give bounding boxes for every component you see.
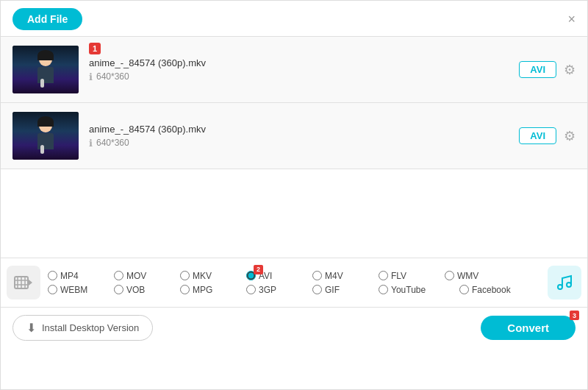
file-actions: AVI ⚙ [519,61,576,78]
svg-marker-1 [29,280,32,286]
file-thumbnail [12,46,79,93]
file-resolution: 640*360 [96,138,129,148]
file-info: anime_-_84574 (360p).mkv ℹ 640*360 [89,124,519,149]
format-option-3gp[interactable]: 3GP [246,285,312,295]
format-option-mpg[interactable]: MPG [180,285,246,295]
video-format-icon-button[interactable] [7,266,40,299]
format-selector: MP4 MOV MKV 2 AVI M4V [1,258,587,308]
file-resolution: 640*360 [96,71,129,82]
info-icon: ℹ [89,71,93,82]
format-label-gif: GIF [325,285,340,295]
audio-format-icon-button[interactable] [548,266,581,299]
add-file-button[interactable]: Add File [12,8,82,30]
footer: ⬇ Install Desktop Version 3 Convert [1,308,587,348]
file-thumbnail [12,112,79,160]
format-label-webm: WEBM [60,285,87,295]
format-label-3gp: 3GP [259,285,276,295]
settings-button[interactable]: ⚙ [564,128,576,144]
format-option-flv[interactable]: FLV [379,271,445,281]
file-name: anime_-_84574 (360p).mkv [89,124,519,135]
format-option-m4v[interactable]: M4V [312,271,379,281]
install-desktop-button[interactable]: ⬇ Install Desktop Version [12,315,153,341]
format-option-gif[interactable]: GIF [312,285,379,295]
music-icon [556,274,573,291]
format-badge-button[interactable]: AVI [519,61,556,78]
format-label-wmv: WMV [457,271,478,281]
format-option-avi[interactable]: 2 AVI [246,271,312,281]
format-option-youtube[interactable]: YouTube [379,285,459,295]
video-icon [14,274,33,291]
format-option-mkv[interactable]: MKV [180,271,246,281]
header: Add File × [1,1,587,36]
file-name: anime_-_84574 (360p).mkv [89,57,519,68]
file-item: anime_-_84574 (360p).mkv ℹ 640*360 AVI ⚙ [1,103,587,169]
install-label: Install Desktop Version [42,322,139,333]
format-label-mov: MOV [126,271,146,281]
format-row-2: WEBM VOB MPG 3GP GIF [48,285,540,295]
file-item: 1 anime_-_84574 (360p).mkv ℹ 640*360 AVI [1,37,587,103]
empty-area [1,169,587,258]
format-option-mp4[interactable]: MP4 [48,271,114,281]
bottom-bar: MP4 MOV MKV 2 AVI M4V [1,258,587,348]
format-label-mp4: MP4 [60,271,79,281]
convert-label: Convert [507,322,549,334]
file-actions: AVI ⚙ [519,127,576,144]
format-option-webm[interactable]: WEBM [48,285,114,295]
file-list: 1 anime_-_84574 (360p).mkv ℹ 640*360 AVI [1,36,587,169]
format-grid: MP4 MOV MKV 2 AVI M4V [48,271,540,295]
settings-button[interactable]: ⚙ [564,62,576,78]
download-icon: ⬇ [26,321,36,335]
format-label-m4v: M4V [325,271,343,281]
close-button[interactable]: × [567,13,576,26]
format-option-wmv[interactable]: WMV [445,271,511,281]
info-icon: ℹ [89,138,93,149]
file-meta: ℹ 640*360 [89,71,519,82]
format-label-flv: FLV [391,271,406,281]
format-label-mpg: MPG [193,285,212,295]
format-label-youtube: YouTube [391,285,426,295]
format-option-facebook[interactable]: Facebook [459,285,533,295]
convert-button[interactable]: 3 Convert [481,316,576,340]
format-row-1: MP4 MOV MKV 2 AVI M4V [48,271,540,281]
file-badge-1: 1 [89,43,101,54]
format-label-facebook: Facebook [472,285,511,295]
format-option-vob[interactable]: VOB [114,285,180,295]
file-meta: ℹ 640*360 [89,138,519,149]
format-label-vob: VOB [126,285,145,295]
avi-badge: 2 [254,265,263,274]
convert-badge: 3 [570,311,579,320]
format-label-mkv: MKV [193,271,212,281]
file-info: anime_-_84574 (360p).mkv ℹ 640*360 [89,57,519,82]
format-option-mov[interactable]: MOV [114,271,180,281]
format-badge-button[interactable]: AVI [519,127,556,144]
